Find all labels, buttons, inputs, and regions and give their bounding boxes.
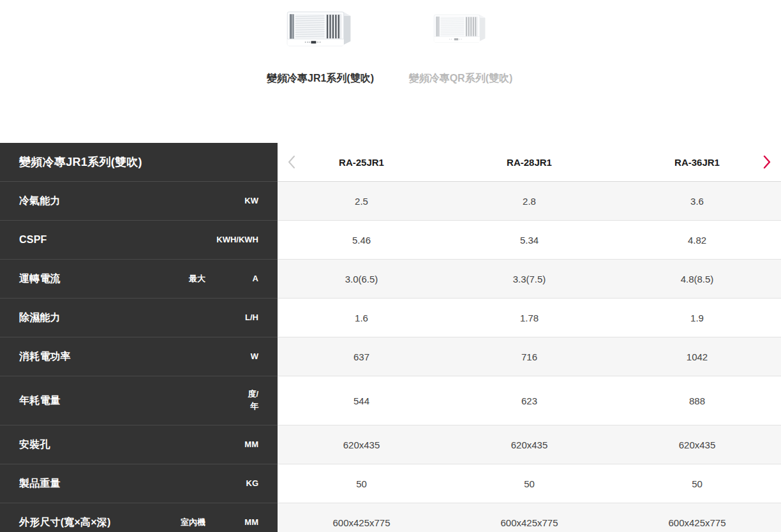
spec-value: 620x435 (445, 440, 613, 450)
spec-value: 2.5 (278, 196, 445, 207)
spec-label-cell: 年耗電量度/ 年 (0, 376, 278, 425)
spec-row: 安裝孔MM620x435620x435620x435 (0, 425, 781, 464)
model-column-header: RA-25JR1 (278, 157, 445, 168)
spec-label-cell: 消耗電功率W (0, 337, 278, 376)
spec-label: CSPF (19, 234, 148, 246)
spec-row: 年耗電量度/ 年544623888 (0, 376, 781, 425)
spec-values-row: 2.52.83.6 (278, 182, 781, 221)
model-column-header: RA-28JR1 (445, 157, 613, 168)
chevron-left-icon (287, 155, 296, 169)
spec-label-cell: 除濕能力L/H (0, 299, 278, 337)
spec-values-row: 5.465.344.82 (278, 221, 781, 260)
spec-unit: L/H (205, 312, 258, 324)
spec-unit: 度/ 年 (205, 388, 258, 413)
spec-label: 製品重量 (19, 477, 148, 491)
product-tab-label-qr[interactable]: 變頻冷專QR系列(雙吹) (403, 71, 519, 85)
spec-value: 623 (445, 395, 613, 406)
spec-unit: KWH/KWH (205, 234, 258, 246)
spec-label: 年耗電量 (19, 394, 148, 408)
product-series-picker: 變頻冷專JR1系列(雙吹) (0, 0, 781, 143)
spec-value: 888 (613, 395, 781, 406)
spec-label: 除濕能力 (19, 311, 148, 325)
spec-value: 544 (278, 395, 445, 406)
model-column-header: RA-36JR1 (613, 157, 781, 168)
spec-row: 除濕能力L/H1.61.781.9 (0, 299, 781, 337)
spec-values-row: 620x435620x435620x435 (278, 425, 781, 464)
spec-label: 運轉電流 (19, 272, 148, 286)
spec-value: 716 (445, 351, 613, 362)
series-title: 變頻冷專JR1系列(雙吹) (19, 154, 142, 170)
spec-value: 1.78 (445, 313, 613, 323)
spec-label-cell: 運轉電流最大A (0, 260, 278, 299)
spec-row: 消耗電功率W6377161042 (0, 337, 781, 376)
spec-value: 3.0(6.5) (278, 274, 445, 284)
spec-label-cell: 製品重量KG (0, 464, 278, 503)
spec-values-row: 3.0(6.5)3.3(7.5)4.8(8.5) (278, 260, 781, 299)
spec-value: 3.3(7.5) (445, 274, 613, 284)
spec-value: 50 (278, 478, 445, 489)
spec-values-row: 1.61.781.9 (278, 299, 781, 337)
product-image-qr (431, 5, 491, 61)
spec-unit: MM (205, 439, 258, 451)
spec-value: 620x435 (613, 440, 781, 450)
spec-values-row: 505050 (278, 464, 781, 503)
spec-value: 50 (613, 478, 781, 489)
spec-value: 600x425x775 (445, 517, 613, 528)
spec-values-row: 544623888 (278, 376, 781, 425)
spec-unit: W (205, 351, 258, 363)
spec-table-header: 變頻冷專JR1系列(雙吹) RA-25JR1 RA-28JR1 RA-36JR1 (0, 143, 781, 182)
spec-row: 冷氣能力KW2.52.83.6 (0, 182, 781, 221)
product-image-jr1 (284, 5, 357, 61)
spec-value: 5.46 (278, 235, 445, 246)
chevron-right-icon (762, 155, 771, 169)
spec-unit: A (205, 273, 258, 285)
product-tab-label-jr1[interactable]: 變頻冷專JR1系列(雙吹) (262, 71, 378, 85)
next-models-button[interactable] (759, 154, 775, 170)
spec-rows: 冷氣能力KW2.52.83.6CSPFKWH/KWH5.465.344.82運轉… (0, 182, 781, 532)
spec-value: 600x425x775 (613, 517, 781, 528)
spec-table: 變頻冷專JR1系列(雙吹) RA-25JR1 RA-28JR1 RA-36JR1 (0, 143, 781, 532)
spec-values-row: 600x425x775600x425x775600x425x775 (278, 503, 781, 532)
product-spec-page: 變頻冷專JR1系列(雙吹) (0, 0, 781, 532)
product-tab-jr1[interactable]: 變頻冷專JR1系列(雙吹) (250, 5, 390, 85)
spec-unit: KG (205, 478, 258, 490)
series-title-cell: 變頻冷專JR1系列(雙吹) (0, 143, 278, 182)
spec-value: 1.9 (613, 313, 781, 323)
model-header-row: RA-25JR1 RA-28JR1 RA-36JR1 (278, 143, 781, 182)
spec-values-row: 6377161042 (278, 337, 781, 376)
spec-sublabel: 室內機 (148, 517, 205, 528)
spec-label-cell: 安裝孔MM (0, 425, 278, 464)
spec-unit: KW (205, 195, 258, 207)
ac-unit-illustration (431, 9, 491, 50)
spec-label-cell: CSPFKWH/KWH (0, 221, 278, 260)
ac-unit-illustration (284, 5, 357, 55)
spec-value: 50 (445, 478, 613, 489)
spec-value: 5.34 (445, 235, 613, 246)
spec-label: 外形尺寸(寬×高×深) (19, 516, 148, 529)
spec-value: 4.8(8.5) (613, 274, 781, 284)
spec-row: 運轉電流最大A3.0(6.5)3.3(7.5)4.8(8.5) (0, 260, 781, 299)
spec-value: 620x435 (278, 440, 445, 450)
spec-label: 消耗電功率 (19, 350, 148, 364)
spec-value: 2.8 (445, 196, 613, 207)
product-tab-qr[interactable]: 變頻冷專QR系列(雙吹) (390, 5, 531, 85)
spec-value: 3.6 (613, 196, 781, 207)
spec-label: 安裝孔 (19, 438, 148, 452)
spec-label: 冷氣能力 (19, 195, 148, 208)
spec-value: 1042 (613, 351, 781, 362)
spec-label-cell: 外形尺寸(寬×高×深)室內機MM (0, 503, 278, 532)
spec-value: 4.82 (613, 235, 781, 246)
spec-sublabel: 最大 (148, 273, 205, 284)
spec-unit: MM (205, 517, 258, 529)
spec-row: CSPFKWH/KWH5.465.344.82 (0, 221, 781, 260)
spec-value: 637 (278, 351, 445, 362)
prev-models-button[interactable] (284, 154, 299, 170)
spec-label-cell: 冷氣能力KW (0, 182, 278, 221)
spec-value: 1.6 (278, 313, 445, 323)
spec-row: 外形尺寸(寬×高×深)室內機MM600x425x775600x425x77560… (0, 503, 781, 532)
spec-row: 製品重量KG505050 (0, 464, 781, 503)
spec-value: 600x425x775 (278, 517, 445, 528)
